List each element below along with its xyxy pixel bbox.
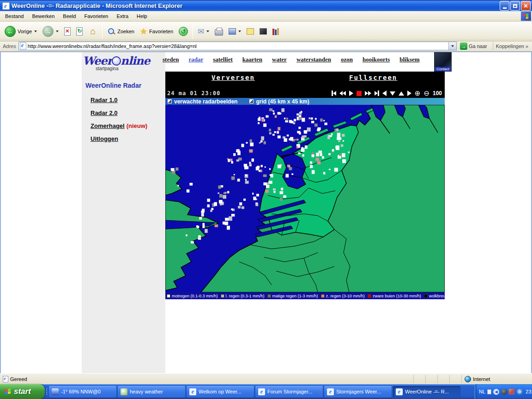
- window-title: WeerOnline -=- Radarapplicatie - Microso…: [12, 2, 499, 9]
- skip-end-button[interactable]: [375, 91, 379, 96]
- research-button[interactable]: [270, 24, 282, 39]
- fullscreen-link[interactable]: Fullscreen: [349, 74, 397, 81]
- legend-item: wolkbreuk (>30 mm/h): [424, 294, 445, 298]
- zoom-out-button[interactable]: ⊖: [423, 91, 429, 96]
- tray-collapse-icon[interactable]: ◀: [493, 389, 499, 395]
- sidebar-item[interactable]: Radar 2.0: [91, 109, 147, 116]
- mail-button[interactable]: ✉: [195, 24, 212, 39]
- nav-link[interactable]: water: [272, 56, 287, 63]
- task-button[interactable]: e Forum Stormjager...: [255, 386, 323, 398]
- mail-dropdown-icon[interactable]: [206, 30, 209, 32]
- menu-help[interactable]: Help: [133, 12, 151, 20]
- task-button[interactable]: heavy weather: [118, 386, 185, 398]
- links-menu[interactable]: Koppelingen »: [493, 42, 531, 50]
- language-indicator[interactable]: NL: [479, 389, 485, 394]
- media-button[interactable]: [257, 24, 270, 39]
- task-icon: e: [396, 388, 403, 395]
- zone-text: Internet: [473, 376, 490, 382]
- sidebar-item[interactable]: Radar 1.0: [91, 97, 147, 103]
- skip-start-button[interactable]: [332, 91, 336, 96]
- address-bar: Adres http://www.weeronlinebv.nl/radar/f…: [0, 42, 532, 52]
- radar-legend: motregen (0.1-0.3 mm/h) l. regen (0.3-1 …: [165, 292, 445, 299]
- tray-antivirus-icon[interactable]: a: [517, 389, 523, 395]
- tray-volume-icon[interactable]: [501, 389, 507, 395]
- refresh-link[interactable]: Verversen: [212, 74, 255, 81]
- refresh-button[interactable]: [73, 24, 85, 39]
- desktop: WeerOnline -=- Radarapplicatie - Microso…: [0, 0, 532, 399]
- favorites-button[interactable]: ★ Favorieten: [137, 24, 176, 39]
- home-icon: ⌂: [88, 27, 97, 36]
- checkbox-icon[interactable]: [168, 99, 172, 103]
- go-button[interactable]: → Ga naar: [459, 42, 490, 50]
- back-button[interactable]: ← Vorige: [2, 24, 40, 39]
- edit-dropdown-icon[interactable]: [238, 30, 241, 32]
- forward-button[interactable]: →: [40, 24, 61, 39]
- stop-button[interactable]: [61, 24, 73, 39]
- fast-forward-button[interactable]: [365, 91, 371, 96]
- task-icon: e: [258, 388, 265, 395]
- pan-down-button[interactable]: [390, 91, 395, 96]
- toolbar-separator: [102, 24, 103, 39]
- search-button[interactable]: Zoeken: [104, 24, 137, 39]
- minimize-button[interactable]: [500, 1, 509, 11]
- tray-input-icon[interactable]: [487, 389, 491, 394]
- task-button[interactable]: e Welkom op Weer...: [187, 386, 254, 398]
- nav-link[interactable]: hooikoorts: [363, 56, 390, 63]
- nav-link[interactable]: steden: [163, 56, 179, 63]
- sidebar-item[interactable]: Uitloggen: [91, 135, 147, 142]
- nav-link[interactable]: satelliet: [213, 56, 233, 63]
- zoom-level: 100: [433, 90, 442, 97]
- mail-icon: ✉: [198, 27, 204, 36]
- start-button[interactable]: start: [0, 384, 45, 399]
- legend-color-swatch: [267, 294, 271, 298]
- task-button[interactable]: -1° 69% NNW@0: [49, 386, 116, 398]
- home-button[interactable]: ⌂: [85, 24, 100, 39]
- back-dropdown-icon[interactable]: [34, 30, 37, 32]
- pan-up-button[interactable]: [399, 91, 404, 96]
- checkbox-icon[interactable]: [249, 99, 254, 103]
- star-icon: ★: [140, 26, 147, 36]
- layer-options-bar: verwachte radarbeelden grid (45 km x 45 …: [165, 98, 445, 105]
- contact-image[interactable]: Contact: [434, 52, 452, 72]
- pan-left-button[interactable]: [382, 91, 387, 96]
- zoom-in-button[interactable]: ⊕: [415, 91, 421, 96]
- tray-messenger-icon[interactable]: [509, 389, 515, 395]
- toolbar-separator: [193, 24, 193, 39]
- stop-playback-button[interactable]: [357, 91, 362, 96]
- task-button[interactable]: e WeerOnline -=- R...: [393, 386, 460, 398]
- menu-beeld[interactable]: Beeld: [59, 12, 80, 20]
- address-input[interactable]: http://www.weeronlinebv.nl/radar/flash/i…: [18, 42, 457, 50]
- start-flag-icon: [5, 388, 11, 395]
- notes-button[interactable]: [244, 24, 257, 39]
- menu-bewerken[interactable]: Bewerken: [28, 12, 59, 20]
- layer-checkbox-item[interactable]: grid (45 km x 45 km): [249, 98, 309, 105]
- pan-right-button[interactable]: [407, 91, 411, 96]
- notes-icon: [247, 28, 254, 35]
- menu-bestand[interactable]: Bestand: [1, 12, 28, 20]
- print-button[interactable]: [212, 24, 226, 39]
- close-button[interactable]: ✕: [521, 1, 531, 11]
- menu-bar: Bestand Bewerken Beeld Favorieten Extra …: [0, 11, 532, 22]
- window-titlebar[interactable]: WeerOnline -=- Radarapplicatie - Microso…: [0, 0, 532, 11]
- weeronline-logo[interactable]: Weernline startpagina: [83, 54, 152, 71]
- rewind-button[interactable]: [339, 91, 346, 96]
- nav-link[interactable]: radar: [188, 56, 203, 63]
- menu-extra[interactable]: Extra: [112, 12, 133, 20]
- nav-link[interactable]: kaarten: [242, 56, 262, 63]
- radar-panel: Verversen Fullscreen 24 ma 01 23:00 ⊕: [165, 72, 445, 299]
- nav-link[interactable]: ozon: [341, 56, 353, 63]
- restore-button[interactable]: [510, 1, 520, 11]
- task-button[interactable]: e Stormjagers Weer...: [324, 386, 392, 398]
- sidebar-item[interactable]: Zomerhagel(nieuw): [91, 122, 147, 129]
- layer-checkbox-item[interactable]: verwachte radarbeelden: [168, 98, 237, 105]
- play-button[interactable]: [349, 91, 353, 96]
- nav-link[interactable]: waterstanden: [296, 56, 331, 63]
- nav-link[interactable]: bliksem: [399, 56, 419, 63]
- task-icon: [121, 388, 127, 395]
- menu-favorieten[interactable]: Favorieten: [80, 12, 112, 20]
- address-dropdown-button[interactable]: [448, 42, 456, 50]
- radar-map[interactable]: [165, 105, 445, 292]
- address-url[interactable]: http://www.weeronlinebv.nl/radar/flash/i…: [28, 43, 448, 49]
- edit-button[interactable]: [226, 24, 244, 39]
- history-button[interactable]: ↺: [176, 24, 191, 39]
